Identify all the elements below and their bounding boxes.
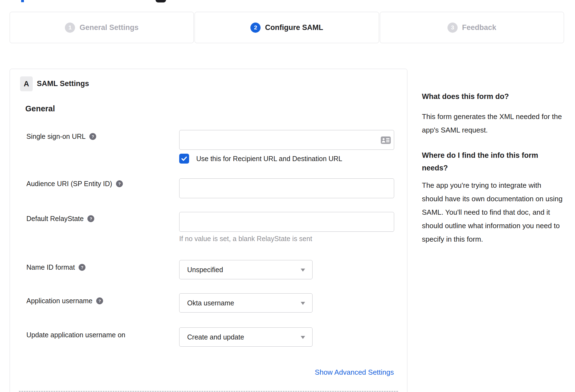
relaystate-hint: If no value is set, a blank RelayState i… — [179, 235, 312, 243]
step-number-badge: 1 — [65, 23, 75, 33]
chevron-down-icon — [301, 302, 305, 305]
checkmark-icon — [181, 155, 187, 162]
recipient-url-checkbox[interactable] — [179, 154, 189, 164]
step-configure-saml[interactable]: 2 Configure SAML — [195, 12, 379, 43]
sso-checkbox-row: Use this for Recipient URL and Destinati… — [179, 154, 342, 164]
help-heading-what: What does this form do? — [422, 90, 563, 103]
step-general-settings[interactable]: 1 General Settings — [10, 12, 194, 43]
section-divider — [19, 391, 398, 392]
relaystate-label: Default RelayState — [26, 215, 94, 223]
help-icon[interactable] — [79, 264, 85, 271]
update-username-select[interactable]: Create and update — [179, 327, 313, 347]
nameid-format-value: Unspecified — [187, 266, 223, 274]
show-advanced-settings-link[interactable]: Show Advanced Settings — [315, 368, 394, 377]
nameid-format-label: Name ID format — [26, 263, 85, 271]
app-username-value: Okta username — [187, 299, 234, 307]
relaystate-input[interactable] — [179, 212, 394, 232]
help-heading-where: Where do I find the info this form needs… — [422, 149, 563, 174]
app-username-label: Application username — [26, 297, 103, 305]
help-icon[interactable] — [87, 215, 94, 222]
cropped-logo-fragment — [21, 0, 24, 2]
update-username-value: Create and update — [187, 333, 244, 341]
section-a-badge: A — [20, 76, 33, 91]
relaystate-label-text: Default RelayState — [26, 215, 84, 223]
sso-url-label: Single sign-on URL — [26, 132, 96, 140]
step-feedback[interactable]: 3 Feedback — [380, 12, 564, 43]
audience-uri-label-text: Audience URI (SP Entity ID) — [26, 180, 112, 188]
chevron-down-icon — [301, 269, 305, 272]
step-label: Configure SAML — [265, 23, 323, 32]
update-username-label-text: Update application username on — [26, 331, 125, 339]
help-icon[interactable] — [96, 297, 103, 304]
app-username-select[interactable]: Okta username — [179, 293, 313, 313]
panel-title: SAML Settings — [37, 79, 89, 88]
audience-uri-label: Audience URI (SP Entity ID) — [26, 180, 123, 188]
update-username-label: Update application username on — [26, 331, 125, 339]
sso-url-input[interactable] — [179, 130, 394, 150]
help-sidebar: What does this form do? This form genera… — [422, 90, 563, 246]
contact-card-icon[interactable] — [381, 136, 391, 144]
step-label: Feedback — [462, 23, 496, 32]
app-username-label-text: Application username — [26, 297, 92, 305]
help-icon[interactable] — [89, 133, 96, 140]
cropped-icon-fragment — [156, 0, 166, 2]
general-section-heading: General — [25, 104, 55, 113]
nameid-format-select[interactable]: Unspecified — [179, 260, 313, 279]
audience-uri-input[interactable] — [179, 178, 394, 198]
step-number-badge: 3 — [447, 23, 458, 33]
nameid-format-label-text: Name ID format — [26, 263, 75, 271]
recipient-url-checkbox-label: Use this for Recipient URL and Destinati… — [196, 155, 342, 163]
help-paragraph-where: The app you're trying to integrate with … — [422, 179, 563, 246]
sso-url-label-text: Single sign-on URL — [26, 132, 85, 140]
wizard-stepper: 1 General Settings 2 Configure SAML 3 Fe… — [10, 12, 564, 43]
help-paragraph-what: This form generates the XML needed for t… — [422, 110, 563, 137]
help-icon[interactable] — [116, 180, 123, 187]
step-label: General Settings — [79, 23, 139, 32]
saml-settings-panel: A SAML Settings General Single sign-on U… — [10, 69, 407, 392]
chevron-down-icon — [301, 336, 305, 339]
step-number-badge: 2 — [250, 23, 261, 33]
